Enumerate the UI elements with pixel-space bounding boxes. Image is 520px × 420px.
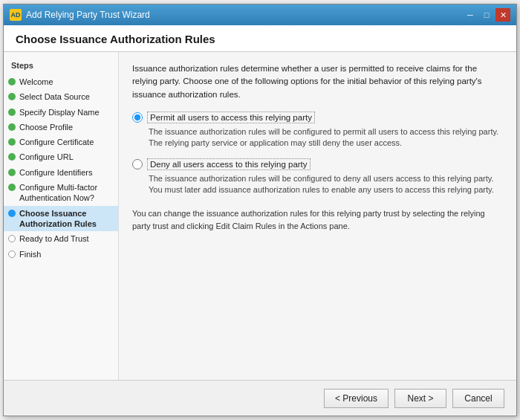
window-title: Add Relying Party Trust Wizard xyxy=(26,10,150,20)
close-button[interactable]: ✕ xyxy=(495,8,510,22)
sidebar-item-ready-to-add[interactable]: Ready to Add Trust xyxy=(4,231,118,246)
cancel-button[interactable]: Cancel xyxy=(452,389,504,408)
step-label-select-data-source: Select Data Source xyxy=(19,91,90,102)
sidebar-item-choose-issuance[interactable]: Choose Issuance Authorization Rules xyxy=(4,206,118,232)
option2-block: Deny all users access to this relying pa… xyxy=(132,158,503,196)
sidebar-item-finish[interactable]: Finish xyxy=(4,247,118,262)
page-header: Choose Issuance Authorization Rules xyxy=(4,25,516,52)
step-label-ready-to-add: Ready to Add Trust xyxy=(19,233,89,244)
step-dot-choose-issuance xyxy=(8,210,16,217)
step-label-choose-issuance: Choose Issuance Authorization Rules xyxy=(19,208,112,230)
option2-label[interactable]: Deny all users access to this relying pa… xyxy=(147,158,311,170)
title-bar: AD Add Relying Party Trust Wizard ─ □ ✕ xyxy=(4,4,516,25)
main-window: AD Add Relying Party Trust Wizard ─ □ ✕ … xyxy=(3,4,517,416)
sidebar: Steps WelcomeSelect Data SourceSpecify D… xyxy=(4,52,119,380)
minimize-button[interactable]: ─ xyxy=(463,8,478,22)
sidebar-item-configure-certificate[interactable]: Configure Certificate xyxy=(4,135,118,149)
step-label-configure-mfa: Configure Multi-factor Authentication No… xyxy=(19,182,112,204)
main-content: Issuance authorization rules determine w… xyxy=(119,52,516,380)
steps-label: Steps xyxy=(4,58,118,74)
step-label-configure-url: Configure URL xyxy=(19,152,74,162)
sidebar-item-welcome[interactable]: Welcome xyxy=(4,74,118,89)
page-title: Choose Issuance Authorization Rules xyxy=(16,33,504,45)
step-dot-ready-to-add xyxy=(8,235,16,242)
title-bar-left: AD Add Relying Party Trust Wizard xyxy=(10,9,150,21)
step-label-configure-certificate: Configure Certificate xyxy=(19,137,94,147)
option1-block: Permit all users to access this relying … xyxy=(132,112,503,149)
previous-button[interactable]: < Previous xyxy=(324,389,389,408)
option1-description: The issuance authorization rules will be… xyxy=(149,126,503,149)
option2-description: The issuance authorization rules will be… xyxy=(149,173,503,196)
step-dot-specify-display-name xyxy=(8,109,16,116)
option2-row: Deny all users access to this relying pa… xyxy=(132,158,503,170)
step-label-specify-display-name: Specify Display Name xyxy=(19,107,100,117)
main-description: Issuance authorization rules determine w… xyxy=(132,62,503,101)
step-dot-choose-profile xyxy=(8,123,16,131)
note-text: You can change the issuance authorizatio… xyxy=(132,207,503,232)
app-icon: AD xyxy=(10,9,22,21)
step-label-configure-identifiers: Configure Identifiers xyxy=(19,167,92,178)
step-dot-configure-mfa xyxy=(8,184,16,191)
content-area: Steps WelcomeSelect Data SourceSpecify D… xyxy=(4,52,516,380)
option1-label[interactable]: Permit all users to access this relying … xyxy=(147,112,315,123)
option2-radio[interactable] xyxy=(132,159,143,169)
sidebar-item-configure-url[interactable]: Configure URL xyxy=(4,149,118,164)
step-label-choose-profile: Choose Profile xyxy=(19,122,73,132)
option1-radio[interactable] xyxy=(132,112,143,123)
sidebar-item-specify-display-name[interactable]: Specify Display Name xyxy=(4,105,118,120)
title-controls: ─ □ ✕ xyxy=(463,8,510,22)
step-label-welcome: Welcome xyxy=(19,77,53,87)
next-button[interactable]: Next > xyxy=(394,389,446,408)
sidebar-item-configure-mfa[interactable]: Configure Multi-factor Authentication No… xyxy=(4,180,118,206)
sidebar-item-configure-identifiers[interactable]: Configure Identifiers xyxy=(4,165,118,180)
sidebar-item-select-data-source[interactable]: Select Data Source xyxy=(4,89,118,104)
sidebar-item-choose-profile[interactable]: Choose Profile xyxy=(4,120,118,135)
footer: < Previous Next > Cancel xyxy=(4,380,516,416)
option1-row: Permit all users to access this relying … xyxy=(132,112,503,123)
step-dot-finish xyxy=(8,251,16,258)
step-dot-select-data-source xyxy=(8,93,16,100)
step-label-finish: Finish xyxy=(19,249,41,259)
step-dot-configure-identifiers xyxy=(8,169,16,176)
step-dot-welcome xyxy=(8,78,16,85)
step-dot-configure-certificate xyxy=(8,138,16,146)
step-dot-configure-url xyxy=(8,153,16,161)
maximize-button[interactable]: □ xyxy=(479,8,494,22)
